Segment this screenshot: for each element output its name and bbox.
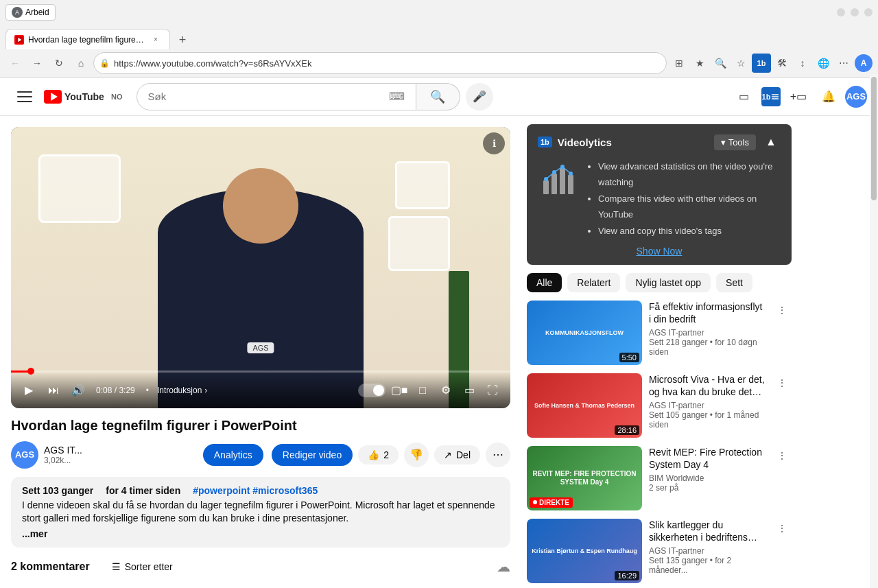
notifications-btn[interactable]: 🔔 [815,83,842,110]
page-scrollbar[interactable] [870,74,878,588]
browser-fav-btn[interactable]: ☆ [731,54,750,73]
browser-star-btn[interactable]: ★ [690,54,709,73]
fullscreen-btn[interactable]: ⛶ [483,381,502,400]
video-info-btn[interactable]: ℹ [483,132,505,154]
sidebar-more-btn-1[interactable]: ⋮ [772,301,792,320]
miniplayer-btn[interactable]: □ [413,381,432,400]
voice-search-btn[interactable]: 🎤 [466,83,493,110]
sidebar-video-info-3: Revit MEP: Fire Protection System Day 4 … [648,446,767,510]
browser-translate-btn[interactable]: 🌐 [814,54,833,73]
channel-name[interactable]: AGS IT... [44,445,198,456]
search-input-wrap[interactable]: ⌨ [137,83,416,110]
sidebar-video-card-4[interactable]: Kristian Bjørtun & Espen Rundhaug 16:29 … [527,519,792,583]
extensions-btn[interactable]: ⊞ [669,54,689,73]
autoplay-toggle[interactable] [358,384,385,397]
keyboard-icon[interactable]: ⌨ [389,90,405,103]
scrollbar-thumb[interactable] [871,77,877,200]
filter-tab-recently-uploaded[interactable]: Nylig lastet opp [626,273,711,292]
profile-button[interactable]: A Arbeid [5,4,56,21]
sidebar-video-card-2[interactable]: Sofie Hansen & Thomas Pedersen 28:16 Mic… [527,373,792,438]
play-btn[interactable]: ▶ [19,381,38,400]
address-bar[interactable]: 🔒 https://www.youtube.com/watch?v=s6RsAY… [93,52,667,74]
agslabel: AGS [247,342,274,353]
create-btn[interactable]: +▭ [785,83,812,110]
home-button[interactable]: ⌂ [71,54,91,73]
browser-titlebar: A Arbeid [0,0,878,25]
browser-chrome: A Arbeid Hvordan lage tegnefilm figurer … [0,0,878,78]
view-count: Sett 103 ganger [22,485,93,496]
cast-btn[interactable]: ▭ [730,83,757,110]
videolytics-logo: 1b [538,137,552,148]
edit-video-button[interactable]: Rediger video [272,444,353,466]
menu-button[interactable] [11,83,38,110]
browser-search-btn[interactable]: 🔍 [711,54,730,73]
filter-tab-watched[interactable]: Sett [716,273,752,292]
videolytics-header: 1b Videolytics ▾ Tools ▲ [538,132,781,152]
videolytics-box: 1b Videolytics ▾ Tools ▲ [527,124,792,265]
video-player[interactable]: AGS ℹ ▶ ⏭ 🔊 [11,127,510,408]
profile-icon: A [12,7,23,18]
filter-tabs: Alle Relatert Nylig lastet opp Sett [527,273,792,292]
like-button[interactable]: 👍 2 [358,445,399,464]
settings-btn[interactable]: ⚙ [436,381,455,400]
browser-sidebar-btn[interactable]: ↕ [793,54,812,73]
tools-dropdown-icon: ▾ [721,137,726,148]
search-submit-btn[interactable]: 🔍 [416,83,460,110]
chapter-label[interactable]: Introduksjon › [157,386,207,395]
sidebar-video-card-3[interactable]: REVIT MEP: FIRE PROTECTION SYSTEM Day 4 … [527,446,792,510]
sidebar-video-channel-2: AGS IT-partner [649,401,766,410]
filter-tab-all[interactable]: Alle [527,273,562,292]
theater-btn[interactable]: ▭ [460,381,479,400]
share-button[interactable]: ↗ Del [434,445,480,464]
sidebar-video-title-1: Få effektiv informasjonsflyt i din bedri… [649,301,766,325]
sidebar-more-btn-4[interactable]: ⋮ [772,519,792,538]
yt-ext-btn[interactable]: 1b [761,87,781,106]
channel-avatar[interactable]: AGS [11,441,38,469]
videolytics-tools-btn[interactable]: ▾ Tools [714,134,756,150]
search-input[interactable] [148,91,386,102]
videolytics-collapse-btn[interactable]: ▲ [761,132,781,152]
browser-more-btn[interactable]: ⋯ [834,54,853,73]
duration-2: 28:16 [615,425,639,435]
sidebar-video-channel-1: AGS IT-partner [649,328,766,338]
skip-btn[interactable]: ⏭ [44,381,63,400]
svg-rect-2 [17,91,32,93]
comments-count: 2 kommentarer [11,561,90,573]
maximize-btn[interactable] [851,8,859,16]
analytics-button[interactable]: Analytics [203,444,263,466]
youtube-header: YouTube NO ⌨ 🔍 🎤 ▭ 1b +▭ 🔔 AGS [0,78,878,116]
tab-close-btn[interactable]: × [150,34,161,45]
description-more-btn[interactable]: ...mer [22,528,499,539]
active-tab[interactable]: Hvordan lage tegnefilm figurer ... × [5,29,170,49]
duration-4: 16:29 [615,571,639,580]
refresh-button[interactable]: ↻ [49,54,69,73]
dislike-button[interactable]: 👎 [404,443,429,467]
videolytics-ext-btn[interactable]: 1b [752,54,771,73]
sidebar-more-btn-3[interactable]: ⋮ [772,446,792,465]
lock-icon: 🔒 [99,58,110,68]
video-thumbnail: AGS [11,127,510,408]
browser-profile-btn[interactable]: A [855,54,873,72]
user-avatar[interactable]: AGS [845,86,867,108]
subtitles-btn[interactable]: ▢■ [390,381,409,400]
more-actions-button[interactable]: ⋯ [486,443,510,467]
show-now-link[interactable]: Show Now [637,246,683,257]
sidebar-video-meta-1: Sett 218 ganger • for 10 døgn siden [649,338,766,357]
back-button[interactable]: ← [5,54,25,73]
new-tab-button[interactable]: + [173,30,192,49]
filter-tab-related[interactable]: Relatert [567,273,620,292]
sidebar-video-card-1[interactable]: KOMMUNIKASJONS­FLOW 5:50 Få effektiv inf… [527,301,792,365]
browser-ext2-btn[interactable]: 🛠 [772,54,792,73]
share-label: Del [456,449,471,460]
sort-button[interactable]: ☰ Sorter etter [112,561,173,572]
tools-label: Tools [728,137,749,148]
youtube-logo[interactable]: YouTube NO [44,90,123,104]
minimize-btn[interactable] [837,8,845,16]
forward-button[interactable]: → [27,54,47,73]
sidebar-more-btn-2[interactable]: ⋮ [772,373,792,392]
volume-btn[interactable]: 🔊 [69,381,88,400]
close-btn[interactable] [864,8,873,16]
video-title-row: Hvordan lage tegnefilm figurer i PowerPo… [11,416,510,434]
description-box[interactable]: Sett 103 ganger for 4 timer siden #power… [11,477,510,548]
sidebar-video-meta-4: Sett 135 ganger • for 2 måneder... [649,556,766,575]
